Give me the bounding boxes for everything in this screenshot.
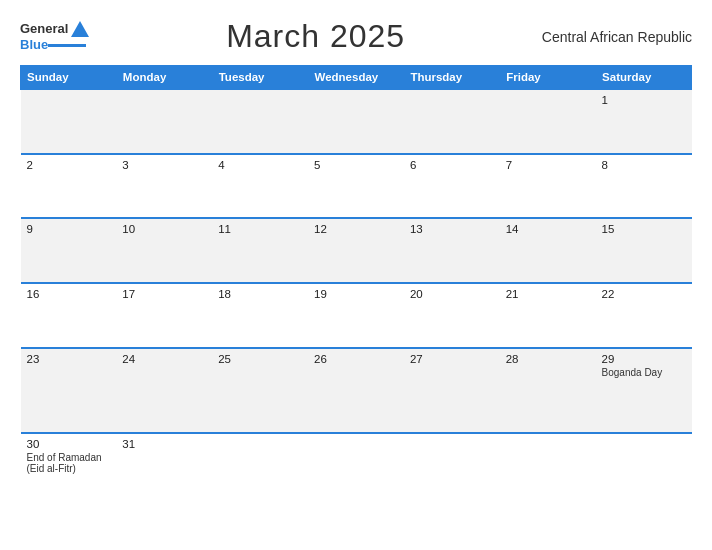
calendar-cell: 4	[212, 154, 308, 219]
day-number: 4	[218, 159, 302, 171]
day-number: 11	[218, 223, 302, 235]
calendar-cell: 27	[404, 348, 500, 434]
day-number: 1	[602, 94, 686, 106]
day-number: 16	[27, 288, 111, 300]
day-number: 19	[314, 288, 398, 300]
calendar-cell: 14	[500, 218, 596, 283]
calendar-cell: 6	[404, 154, 500, 219]
calendar-cell: 8	[596, 154, 692, 219]
day-number: 27	[410, 353, 494, 365]
day-number: 25	[218, 353, 302, 365]
day-number: 20	[410, 288, 494, 300]
calendar-cell: 11	[212, 218, 308, 283]
calendar-cell	[596, 433, 692, 538]
day-number: 7	[506, 159, 590, 171]
weekday-header-sunday: Sunday	[21, 66, 117, 90]
day-number: 14	[506, 223, 590, 235]
calendar-cell: 18	[212, 283, 308, 348]
calendar-cell: 12	[308, 218, 404, 283]
calendar-cell: 2	[21, 154, 117, 219]
calendar-cell: 31	[116, 433, 212, 538]
weekday-header-friday: Friday	[500, 66, 596, 90]
week-row-2: 2345678	[21, 154, 692, 219]
weekday-header-wednesday: Wednesday	[308, 66, 404, 90]
day-number: 15	[602, 223, 686, 235]
calendar-cell: 22	[596, 283, 692, 348]
week-row-5: 23242526272829Boganda Day	[21, 348, 692, 434]
day-number: 8	[602, 159, 686, 171]
day-number: 30	[27, 438, 111, 450]
logo-line	[48, 44, 86, 47]
calendar-header: SundayMondayTuesdayWednesdayThursdayFrid…	[21, 66, 692, 90]
day-number: 23	[27, 353, 111, 365]
calendar-cell: 23	[21, 348, 117, 434]
logo-general: General	[20, 22, 68, 36]
holiday-label: End of Ramadan (Eid al-Fitr)	[27, 452, 111, 474]
week-row-6: 30End of Ramadan (Eid al-Fitr)31	[21, 433, 692, 538]
calendar-cell	[404, 89, 500, 154]
calendar-cell	[500, 89, 596, 154]
logo-blue: Blue	[20, 38, 48, 52]
calendar-cell: 17	[116, 283, 212, 348]
calendar-cell: 25	[212, 348, 308, 434]
calendar-cell: 29Boganda Day	[596, 348, 692, 434]
calendar-table: SundayMondayTuesdayWednesdayThursdayFrid…	[20, 65, 692, 538]
calendar-cell: 19	[308, 283, 404, 348]
weekday-row: SundayMondayTuesdayWednesdayThursdayFrid…	[21, 66, 692, 90]
weekday-header-tuesday: Tuesday	[212, 66, 308, 90]
day-number: 13	[410, 223, 494, 235]
calendar-cell	[308, 433, 404, 538]
calendar-cell: 30End of Ramadan (Eid al-Fitr)	[21, 433, 117, 538]
calendar-cell: 9	[21, 218, 117, 283]
weekday-header-monday: Monday	[116, 66, 212, 90]
day-number: 10	[122, 223, 206, 235]
day-number: 31	[122, 438, 206, 450]
calendar-cell: 7	[500, 154, 596, 219]
week-row-4: 16171819202122	[21, 283, 692, 348]
logo: General Blue	[20, 21, 89, 52]
calendar-cell	[212, 89, 308, 154]
day-number: 21	[506, 288, 590, 300]
day-number: 18	[218, 288, 302, 300]
calendar-cell: 10	[116, 218, 212, 283]
calendar-cell: 21	[500, 283, 596, 348]
calendar-cell	[116, 89, 212, 154]
day-number: 12	[314, 223, 398, 235]
calendar-cell: 20	[404, 283, 500, 348]
calendar-cell: 16	[21, 283, 117, 348]
day-number: 22	[602, 288, 686, 300]
calendar-cell: 1	[596, 89, 692, 154]
day-number: 2	[27, 159, 111, 171]
calendar-cell	[21, 89, 117, 154]
calendar-title: March 2025	[226, 18, 405, 55]
calendar-cell: 26	[308, 348, 404, 434]
weekday-header-thursday: Thursday	[404, 66, 500, 90]
calendar-cell: 15	[596, 218, 692, 283]
weekday-header-saturday: Saturday	[596, 66, 692, 90]
day-number: 9	[27, 223, 111, 235]
day-number: 24	[122, 353, 206, 365]
calendar-cell: 5	[308, 154, 404, 219]
day-number: 6	[410, 159, 494, 171]
day-number: 3	[122, 159, 206, 171]
calendar-cell: 13	[404, 218, 500, 283]
calendar-cell	[308, 89, 404, 154]
logo-triangle-icon	[71, 21, 89, 37]
day-number: 17	[122, 288, 206, 300]
page-header: General Blue March 2025 Central African …	[20, 18, 692, 55]
region-label: Central African Republic	[542, 29, 692, 45]
week-row-1: 1	[21, 89, 692, 154]
day-number: 28	[506, 353, 590, 365]
day-number: 26	[314, 353, 398, 365]
calendar-body: 1234567891011121314151617181920212223242…	[21, 89, 692, 538]
day-number: 29	[602, 353, 686, 365]
calendar-cell	[212, 433, 308, 538]
week-row-3: 9101112131415	[21, 218, 692, 283]
calendar-cell	[500, 433, 596, 538]
calendar-cell	[404, 433, 500, 538]
day-number: 5	[314, 159, 398, 171]
calendar-cell: 3	[116, 154, 212, 219]
holiday-label: Boganda Day	[602, 367, 686, 378]
calendar-cell: 24	[116, 348, 212, 434]
calendar-cell: 28	[500, 348, 596, 434]
